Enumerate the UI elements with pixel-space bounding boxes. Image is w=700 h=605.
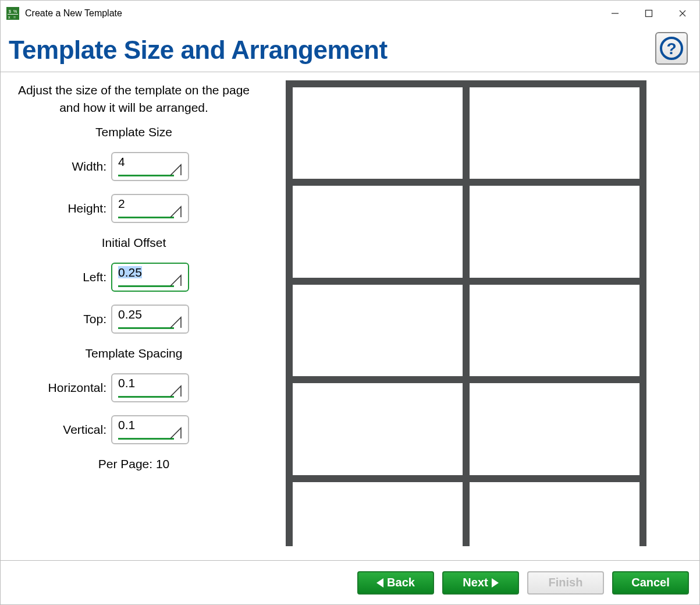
preview-cell [470, 186, 639, 277]
settings-panel: Adjust the size of the template on the p… [9, 78, 259, 560]
next-button[interactable]: Next [442, 571, 519, 595]
svg-text:$: $ [9, 9, 11, 13]
initial-offset-heading: Initial Offset [9, 236, 259, 250]
finish-button: Finish [527, 571, 604, 595]
horizontal-label: Horizontal: [48, 381, 106, 395]
triangle-right-icon [492, 578, 499, 588]
wizard-footer: Back Next Finish Cancel [1, 560, 699, 604]
layout-preview [286, 80, 646, 546]
title-bar: $ % x = Create a New Template [1, 1, 699, 26]
height-input[interactable]: 2 [111, 194, 189, 223]
preview-panel [259, 78, 691, 560]
top-offset-value: 0.25 [118, 308, 142, 320]
minimize-button[interactable] [598, 1, 632, 26]
horizontal-spacing-value: 0.1 [118, 377, 135, 389]
template-size-heading: Template Size [9, 125, 259, 139]
left-offset-input[interactable]: 0.25 [111, 263, 189, 292]
preview-cell [470, 285, 639, 376]
vertical-label: Vertical: [63, 423, 106, 437]
back-button[interactable]: Back [357, 571, 434, 595]
preview-cell [470, 383, 639, 475]
horizontal-spacing-input[interactable]: 0.1 [111, 373, 189, 402]
maximize-button[interactable] [632, 1, 666, 26]
vertical-spacing-input[interactable]: 0.1 [111, 415, 189, 444]
svg-text:%: % [13, 9, 17, 13]
svg-text:=: = [13, 15, 16, 19]
preview-cell [293, 87, 463, 179]
left-offset-value: 0.25 [118, 266, 142, 278]
per-page-text: Per Page: 10 [9, 457, 259, 471]
height-value: 2 [118, 197, 125, 210]
svg-text:x: x [8, 15, 10, 19]
height-label: Height: [67, 201, 106, 215]
wizard-header: Template Size and Arrangement ? [1, 26, 699, 72]
app-icon: $ % x = [6, 7, 19, 20]
page-title: Template Size and Arrangement [9, 36, 388, 65]
intro-text: Adjust the size of the template on the p… [9, 82, 259, 117]
preview-cell [293, 186, 463, 277]
window-controls [598, 1, 699, 26]
spinner-knob-icon [169, 385, 183, 399]
preview-cell [293, 482, 463, 546]
content-area: Adjust the size of the template on the p… [1, 72, 699, 560]
triangle-left-icon [376, 578, 383, 588]
spinner-knob-icon [169, 427, 183, 441]
spinner-knob-icon [169, 164, 183, 178]
preview-cell [470, 482, 639, 546]
template-spacing-heading: Template Spacing [9, 346, 259, 360]
left-label: Left: [83, 270, 106, 284]
preview-cell [470, 87, 639, 179]
back-button-label: Back [387, 576, 415, 589]
svg-rect-7 [646, 10, 652, 17]
cancel-button-label: Cancel [631, 576, 670, 589]
finish-button-label: Finish [549, 576, 583, 589]
width-label: Width: [72, 160, 106, 174]
svg-text:?: ? [666, 40, 676, 58]
vertical-spacing-value: 0.1 [118, 419, 135, 431]
top-label: Top: [83, 312, 106, 326]
next-button-label: Next [463, 576, 488, 589]
close-button[interactable] [666, 1, 699, 26]
width-value: 4 [118, 155, 125, 168]
preview-cell [293, 383, 463, 475]
window-title: Create a New Template [25, 8, 598, 19]
help-button[interactable]: ? [655, 32, 688, 65]
svg-rect-3 [8, 14, 18, 15]
width-input[interactable]: 4 [111, 152, 189, 181]
spinner-knob-icon [169, 274, 183, 288]
spinner-knob-icon [169, 316, 183, 330]
cancel-button[interactable]: Cancel [612, 571, 689, 595]
top-offset-input[interactable]: 0.25 [111, 305, 189, 334]
spinner-knob-icon [169, 206, 183, 220]
preview-cell [293, 285, 463, 376]
